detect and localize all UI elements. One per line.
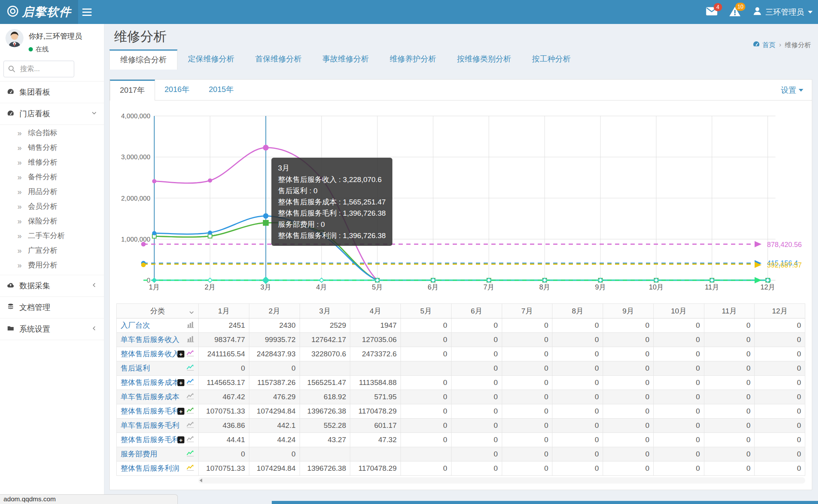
row-label-link[interactable]: 整体售后服务成本 (121, 378, 177, 388)
table-cell: 0 (755, 419, 805, 433)
main-tab-2[interactable]: 首保维修分析 (245, 49, 312, 70)
row-label-link[interactable]: 整体售后服务收入 (121, 349, 177, 359)
main-tab-3[interactable]: 事故维修分析 (312, 49, 379, 70)
folder-icon (7, 325, 14, 334)
database-icon (7, 303, 14, 312)
main-tab-1[interactable]: 定保维修分析 (177, 49, 245, 70)
table-header-category[interactable]: 分类 (117, 304, 199, 318)
svg-text:2月: 2月 (205, 283, 215, 291)
dashboard-icon (7, 88, 14, 97)
table-cell: 0 (552, 361, 603, 376)
sidebar-subitem-store-board-4[interactable]: »用品分析 (0, 184, 104, 199)
sidebar-subitem-store-board-8[interactable]: »广宣分析 (0, 243, 104, 258)
table-cell: 0 (704, 390, 755, 404)
table-cell: 1074294.84 (249, 404, 300, 419)
alerts-button[interactable]: 10 (729, 6, 741, 18)
settings-dropdown[interactable]: 设置 (781, 80, 803, 100)
expand-plus-icon[interactable]: + (177, 436, 184, 443)
row-label-link[interactable]: 售后返利 (121, 363, 186, 373)
sidebar-item-sys-setting[interactable]: 系统设置 (0, 318, 104, 340)
table-cell: 2473372.6 (350, 347, 401, 361)
repair-analysis-chart[interactable]: 01,000,0002,000,0003,000,0004,000,0001月2… (110, 100, 812, 301)
table-cell: 1170478.29 (350, 404, 401, 419)
line-chart-icon[interactable] (186, 421, 194, 430)
messages-button[interactable]: 4 (706, 7, 717, 17)
table-cell (350, 361, 401, 376)
sidebar-toggle-button[interactable] (82, 6, 92, 18)
user-greeting: 你好,三环管理员 (29, 31, 82, 41)
bar-chart-icon[interactable] (187, 335, 194, 344)
sidebar-item-data-collect[interactable]: 数据采集 (0, 275, 104, 297)
svg-text:3月: 3月 (261, 283, 271, 291)
line-chart-icon[interactable] (186, 350, 194, 359)
table-cell: 43.27 (300, 433, 350, 447)
analysis-tabs: 维修综合分析定保维修分析首保维修分析事故维修分析维修养护分析按维修类别分析按工种… (109, 49, 812, 70)
sidebar-item-doc-manage[interactable]: 文档管理 (0, 297, 104, 318)
table-cell: 0 (704, 376, 755, 390)
table-cell: 0 (653, 376, 704, 390)
table-cell: 0 (401, 461, 452, 476)
table-cell: 0 (603, 404, 654, 419)
main-tab-5[interactable]: 按维修类别分析 (446, 49, 521, 70)
table-row-total-service-revenue: 整体售后服务收入+2411165.542428437.933228070.624… (117, 347, 805, 361)
sidebar-subitem-store-board-9[interactable]: »费用分析 (0, 258, 104, 272)
main-tab-0[interactable]: 维修综合分析 (109, 49, 177, 70)
table-cell: 0 (502, 461, 552, 476)
tooltip-row: 整体售后服务毛利 : 1,396,726.38 (278, 208, 386, 219)
year-tab-2017[interactable]: 2017年 (110, 80, 155, 100)
year-tab-2015[interactable]: 2015年 (199, 80, 244, 100)
table-cell: 0 (451, 390, 502, 404)
svg-text:6月: 6月 (428, 283, 438, 291)
table-header-month-6: 6月 (451, 304, 502, 318)
line-chart-icon[interactable] (186, 378, 194, 387)
sidebar-subitem-store-board-0[interactable]: »综合指标 (0, 126, 104, 140)
table-cell: 0 (603, 461, 654, 476)
table-cell: 0 (603, 419, 654, 433)
sidebar-subitem-store-board-7[interactable]: »二手车分析 (0, 228, 104, 243)
svg-text:1,000,000: 1,000,000 (121, 236, 150, 243)
year-tabs: 2017年2016年2015年 设置 (110, 80, 812, 100)
sidebar-subitem-store-board-6[interactable]: »保险分析 (0, 214, 104, 228)
sidebar-item-group-board[interactable]: 集团看板 (0, 82, 104, 103)
line-chart-icon[interactable] (186, 407, 194, 416)
sidebar-subitem-store-board-5[interactable]: »会员分析 (0, 199, 104, 214)
line-chart-icon[interactable] (186, 464, 194, 473)
table-horizontal-scrollbar[interactable] (198, 477, 805, 484)
expand-plus-icon[interactable]: + (177, 379, 184, 386)
main-tab-4[interactable]: 维修养护分析 (379, 49, 446, 70)
sidebar-item-store-board[interactable]: 门店看板 (0, 103, 104, 125)
table-cell: 0 (603, 390, 654, 404)
year-tab-2016[interactable]: 2016年 (155, 80, 199, 100)
row-label-link[interactable]: 整体售后服务毛利 (121, 406, 177, 416)
row-label-link[interactable]: 单车售后服务毛利 (121, 421, 186, 431)
row-label-link[interactable]: 服务部费用 (121, 449, 186, 459)
sidebar-subitem-store-board-1[interactable]: »销售分析 (0, 140, 104, 155)
row-label-link[interactable]: 入厂台次 (121, 320, 187, 330)
sidebar-subitem-store-board-2[interactable]: »维修分析 (0, 155, 104, 170)
user-menu[interactable]: 三环管理员 (752, 6, 813, 18)
table-cell: 98374.77 (199, 333, 249, 347)
row-label-link[interactable]: 整体售后服务毛利率 (121, 435, 177, 445)
table-cell: 127035.06 (350, 333, 401, 347)
table-cell: 0 (451, 461, 502, 476)
table-cell: 0 (502, 447, 552, 461)
expand-plus-icon[interactable]: + (177, 408, 184, 415)
table-header-month-12: 12月 (755, 304, 805, 318)
bar-chart-icon[interactable] (187, 321, 194, 330)
line-chart-icon[interactable] (186, 450, 194, 459)
table-cell (401, 447, 452, 461)
app-logo[interactable]: 启擎软件 (0, 0, 78, 24)
expand-plus-icon[interactable]: + (177, 351, 184, 358)
line-chart-icon[interactable] (186, 393, 194, 402)
row-label-link[interactable]: 单车售后服务收入 (121, 335, 187, 345)
table-cell: 0 (755, 318, 805, 333)
line-chart-icon[interactable] (186, 364, 194, 373)
line-chart-icon[interactable] (186, 436, 194, 444)
main-tab-6[interactable]: 按工种分析 (521, 49, 581, 70)
row-label-link[interactable]: 整体售后服务利润 (121, 463, 186, 473)
table-cell: 0 (249, 361, 300, 376)
row-label-link[interactable]: 单车售后服务成本 (121, 392, 186, 402)
sidebar-subitem-store-board-3[interactable]: »备件分析 (0, 170, 104, 184)
table-cell: 0 (552, 404, 603, 419)
breadcrumb-home-link[interactable]: 首页 (753, 40, 775, 49)
